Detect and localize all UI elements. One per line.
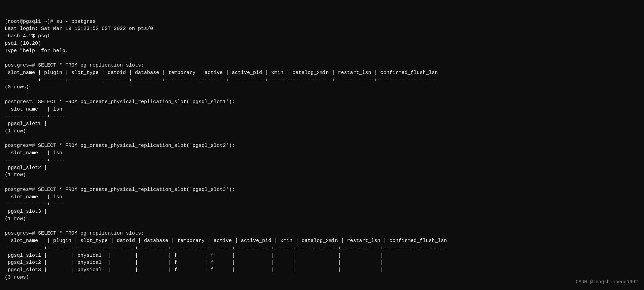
terminal-line: slot_name | lsn <box>5 150 639 157</box>
terminal-line <box>5 223 639 230</box>
terminal-line: slot_name | plugin | slot_type | datoid … <box>5 69 639 77</box>
terminal-line: postgres=# SELECT * FROM pg_replication_… <box>5 230 639 237</box>
terminal-line: -------------+--------+-----------+-----… <box>5 245 639 252</box>
terminal-line: postgres=# SELECT * FROM pg_create_physi… <box>5 142 639 150</box>
terminal-line: Type "help" for help. <box>5 47 639 55</box>
terminal-line <box>5 135 639 142</box>
terminal-line: pgsql_slot1 | <box>5 120 639 128</box>
terminal-line: pgsql_slot1 | | physical | | | f | f | |… <box>5 252 639 259</box>
terminal-line: (3 rows) <box>5 274 639 281</box>
terminal-line: [root@pgsql1 ~]# su - postgres <box>5 18 639 26</box>
terminal-line <box>5 179 639 186</box>
terminal-line: --------------+----- <box>5 113 639 120</box>
terminal-line: (1 row) <box>5 215 639 223</box>
terminal-line: postgres=# SELECT * FROM pg_create_physi… <box>5 186 639 194</box>
terminal-line: Last login: Sat Mar 19 16:23:52 CST 2022… <box>5 25 639 33</box>
terminal-line: slot_name | lsn <box>5 194 639 201</box>
terminal-line: postgres=# SELECT * FROM pg_create_physi… <box>5 98 639 106</box>
terminal-line: pgsql_slot3 | | physical | | | f | f | |… <box>5 266 639 274</box>
terminal-line: -----------+--------+-----------+-------… <box>5 77 639 84</box>
terminal-line: -bash-4.2$ psql <box>5 33 639 40</box>
terminal-line <box>5 91 639 98</box>
terminal-line <box>5 54 639 62</box>
terminal-line: (1 row) <box>5 171 639 179</box>
terminal-output: [root@pgsql1 ~]# su - postgresLast login… <box>5 3 639 288</box>
terminal-line: --------------+----- <box>5 201 639 208</box>
terminal-line: --------------+----- <box>5 157 639 164</box>
terminal-line: (0 rows) <box>5 84 639 91</box>
terminal-line: pgsql_slot2 | <box>5 164 639 172</box>
terminal-line: slot_name | plugin | slot_type | datoid … <box>5 237 639 245</box>
watermark: CSDN @mengshicheng1992 <box>576 279 638 285</box>
terminal-line: pgsql_slot3 | <box>5 208 639 215</box>
terminal-line: psql (10.20) <box>5 40 639 47</box>
terminal-line: slot_name | lsn <box>5 106 639 113</box>
terminal-line: (1 row) <box>5 128 639 135</box>
terminal-line: pgsql_slot2 | | physical | | | f | f | |… <box>5 259 639 266</box>
terminal-line: postgres=# SELECT * FROM pg_replication_… <box>5 62 639 69</box>
